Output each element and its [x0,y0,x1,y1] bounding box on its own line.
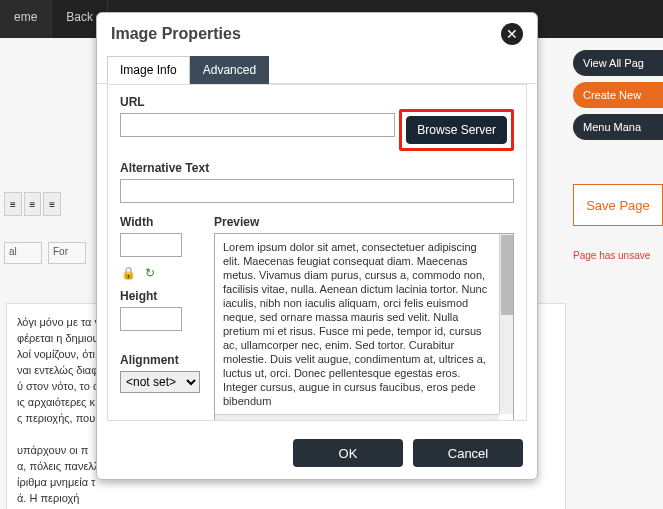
browse-highlight: Browse Server [399,109,514,151]
save-page-button[interactable]: Save Page [573,184,663,226]
dialog-header: Image Properties ✕ [97,13,537,55]
height-input[interactable] [120,307,182,331]
font-dropdown[interactable]: For [48,242,86,264]
alt-label: Alternative Text [120,161,514,175]
lock-icon[interactable]: 🔒 [120,265,136,281]
unsaved-warning: Page has unsave [573,250,663,261]
alt-input[interactable] [120,179,514,203]
tab-advanced[interactable]: Advanced [190,56,269,84]
preview-text: Lorem ipsum dolor sit amet, consectetuer… [223,240,505,421]
preview-col: Preview Lorem ipsum dolor sit amet, cons… [214,215,514,421]
create-new-button[interactable]: Create New [573,82,663,108]
menu-manager-button[interactable]: Menu Mana [573,114,663,140]
align-left-icon[interactable]: ≡ [4,192,22,216]
url-label: URL [120,95,514,109]
preview-box: Lorem ipsum dolor sit amet, consectetuer… [214,233,514,421]
refresh-icon[interactable]: ↻ [142,265,158,281]
dialog-footer: OK Cancel [97,431,537,479]
ok-button[interactable]: OK [293,439,403,467]
browse-server-button[interactable]: Browse Server [406,116,507,144]
editor-dropdowns: al For [0,238,90,268]
dialog-tabs: Image Info Advanced [97,55,537,84]
preview-label: Preview [214,215,514,229]
scrollbar-horizontal[interactable]: <> [215,414,499,421]
close-icon[interactable]: ✕ [501,23,523,45]
view-all-pages-button[interactable]: View All Pag [573,50,663,76]
style-dropdown[interactable]: al [4,242,42,264]
height-label: Height [120,289,200,303]
top-tab-1[interactable]: eme [0,0,52,38]
alignment-label: Alignment [120,353,200,367]
width-input[interactable] [120,233,182,257]
scrollbar-vertical[interactable] [499,234,513,414]
url-input[interactable] [120,113,395,137]
cancel-button[interactable]: Cancel [413,439,523,467]
tab-image-info[interactable]: Image Info [107,56,190,84]
width-label: Width [120,215,200,229]
align-right-icon[interactable]: ≡ [43,192,61,216]
align-toolbar: ≡ ≡ ≡ [0,188,65,220]
align-center-icon[interactable]: ≡ [24,192,42,216]
right-sidebar: View All Pag Create New Menu Mana Save P… [573,50,663,261]
image-info-panel: URL Browse Server Alternative Text Width… [107,84,527,421]
dimensions-col: Width 🔒 ↻ Height Alignment <not set> [120,215,200,421]
dialog-title: Image Properties [111,25,241,43]
alignment-select[interactable]: <not set> [120,371,200,393]
image-properties-dialog: Image Properties ✕ Image Info Advanced U… [96,12,538,480]
